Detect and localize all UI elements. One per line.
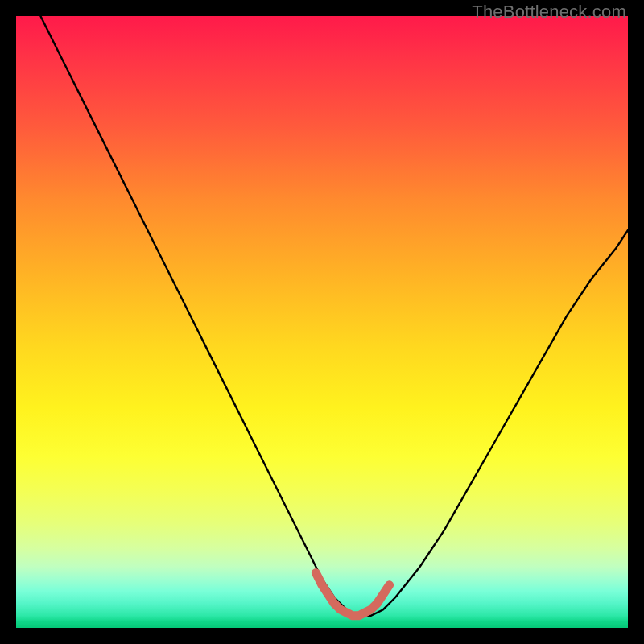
plot-area [16, 16, 628, 628]
bottleneck-curve [40, 16, 628, 616]
curve-layer [16, 16, 628, 628]
chart-frame: TheBottleneck.com [0, 0, 644, 644]
optimal-zone-highlight [316, 573, 389, 616]
watermark-text: TheBottleneck.com [472, 2, 626, 23]
